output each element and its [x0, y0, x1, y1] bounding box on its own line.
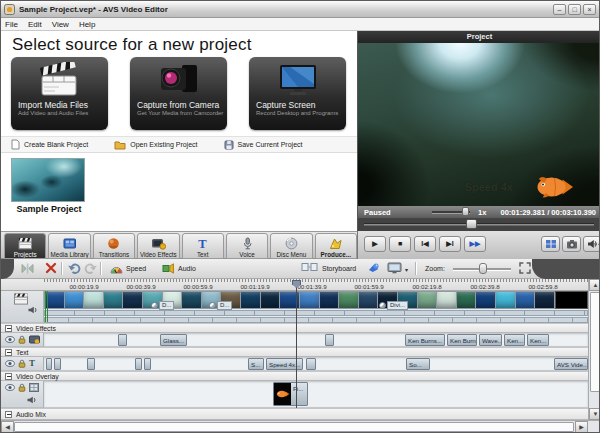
video-preview[interactable]: Speed 4x — [358, 43, 600, 206]
tab-disc-menu[interactable]: Disc Menu — [270, 233, 312, 259]
seek-groove[interactable] — [364, 223, 594, 226]
timeline-clip[interactable] — [325, 334, 334, 346]
lock-icon[interactable] — [18, 359, 26, 368]
video-clip-thumbnail[interactable] — [84, 292, 103, 308]
tab-transitions[interactable]: Transitions — [93, 233, 135, 259]
video-clip-thumbnail[interactable] — [359, 292, 378, 308]
zoom-slider-thumb[interactable] — [479, 263, 487, 274]
seek-thumb[interactable] — [466, 219, 477, 229]
storyboard-toggle-icon[interactable] — [301, 262, 318, 272]
stop-button[interactable]: ■ — [389, 236, 411, 252]
maximize-button[interactable]: □ — [568, 4, 581, 15]
timeline-clip[interactable]: Ken Burns... — [405, 334, 445, 346]
capture-from-camera-button[interactable]: Capture from CameraGet Your Media from C… — [130, 57, 227, 130]
eye-icon[interactable] — [5, 360, 15, 367]
timeline-clip[interactable]: Glass... — [160, 334, 187, 346]
timeline-clip[interactable] — [46, 358, 52, 370]
transition-marker[interactable]: D... — [151, 301, 174, 310]
eye-icon[interactable] — [5, 336, 15, 343]
video-clip-thumbnail[interactable] — [496, 292, 515, 308]
capture-screen-button[interactable]: Capture ScreenRecord Desktop and Program… — [249, 57, 346, 130]
timeline-clip[interactable] — [87, 358, 95, 370]
eye-icon[interactable] — [5, 384, 15, 391]
lock-icon[interactable] — [18, 383, 26, 392]
playback-speed-slider-thumb[interactable] — [462, 207, 469, 216]
video-clip-thumbnail[interactable] — [261, 292, 280, 308]
delete-icon[interactable] — [45, 262, 57, 274]
video-clip-thumbnail[interactable] — [516, 292, 535, 308]
video-overlay-track[interactable]: Fi... — [44, 381, 588, 408]
transition-marker[interactable]: D... — [209, 301, 232, 310]
timeline-clip[interactable]: S... — [248, 358, 264, 370]
scroll-down-icon[interactable]: ▼ — [589, 408, 600, 420]
video-audio-strip-1[interactable] — [44, 310, 588, 316]
speaker-icon[interactable] — [28, 306, 38, 314]
timeline-clip[interactable]: Speed 4x... — [266, 358, 303, 370]
save-current-project-link[interactable]: Save Current Project — [224, 140, 303, 150]
menu-view[interactable]: View — [52, 20, 69, 29]
collapse-toggle[interactable] — [5, 373, 12, 380]
video-clip-thumbnail[interactable] — [437, 292, 456, 308]
screen-view-dropdown-arrow[interactable]: ▾ — [405, 266, 408, 273]
create-blank-project-link[interactable]: Create Blank Project — [11, 139, 88, 150]
play-selection-button[interactable]: ▶▶ — [464, 236, 486, 252]
video-clip-thumbnail[interactable] — [104, 292, 123, 308]
lock-icon[interactable] — [18, 335, 26, 344]
collapse-toggle[interactable] — [5, 411, 12, 418]
timeline-clip[interactable] — [135, 358, 142, 370]
minimize-button[interactable]: – — [553, 4, 566, 15]
audio-button[interactable]: Audio — [159, 261, 199, 276]
split-clip-icon[interactable] — [20, 262, 35, 275]
split-button[interactable] — [541, 236, 560, 252]
video-clip-thumbnail[interactable] — [241, 292, 260, 308]
close-button[interactable]: × — [583, 4, 596, 15]
video-clip-thumbnail[interactable] — [476, 292, 495, 308]
video-clip-thumbnail[interactable] — [65, 292, 84, 308]
video-effects-track[interactable]: Glass...Ken Burns...Ken Burns...Wave...K… — [44, 333, 588, 347]
video-clip-thumbnail[interactable] — [339, 292, 358, 308]
video-clip-thumbnail[interactable] — [320, 292, 339, 308]
timeline-clip[interactable] — [306, 358, 316, 370]
menu-help[interactable]: Help — [79, 20, 95, 29]
timeline-clip[interactable] — [54, 358, 61, 370]
scroll-left-icon[interactable]: ◀ — [1, 421, 14, 433]
timeline-clip[interactable]: Ken... — [527, 334, 549, 346]
timeline-ruler[interactable]: 00:00:19.900:00:39.900:00:59.900:01:19.9… — [1, 279, 588, 291]
snapshot-button[interactable] — [562, 236, 581, 252]
timeline-clip[interactable]: So... — [406, 358, 430, 370]
video-clip-black[interactable] — [555, 291, 588, 309]
menu-file[interactable]: File — [5, 20, 18, 29]
overlay-clip[interactable]: Fi... — [273, 382, 308, 406]
video-clip-thumbnail[interactable] — [123, 292, 142, 308]
collapse-toggle[interactable] — [5, 349, 12, 356]
timeline-clip[interactable]: Ken Burns... — [447, 334, 477, 346]
video-clip-thumbnail[interactable] — [457, 292, 476, 308]
timeline-clip[interactable] — [144, 358, 151, 370]
timeline-clip[interactable] — [118, 334, 127, 346]
timeline-clip[interactable]: Wave... — [479, 334, 502, 346]
timeline-clip[interactable]: Ken... — [504, 334, 525, 346]
speed-button[interactable]: Speed — [107, 261, 149, 276]
video-clip-thumbnail[interactable] — [182, 292, 201, 308]
video-clip-thumbnail[interactable] — [535, 292, 554, 308]
screen-view-button[interactable] — [387, 262, 402, 274]
speaker-icon[interactable] — [27, 396, 37, 404]
narration-icon[interactable] — [367, 262, 380, 274]
tab-produce[interactable]: Produce... — [315, 233, 357, 259]
main-video-track[interactable] — [44, 291, 555, 309]
video-clip-thumbnail[interactable] — [300, 292, 319, 308]
vertical-scrollbar[interactable]: ▲ ▼ — [588, 279, 600, 420]
next-frame-button[interactable]: ▶I — [439, 236, 461, 252]
open-existing-project-link[interactable]: Open Existing Project — [114, 140, 197, 150]
menu-edit[interactable]: Edit — [28, 20, 42, 29]
playhead-line[interactable] — [296, 288, 297, 408]
timeline-clip[interactable]: AVS Vide... — [554, 358, 588, 370]
video-clip-thumbnail[interactable] — [418, 292, 437, 308]
horizontal-scroll-thumb[interactable] — [14, 422, 574, 432]
scroll-up-icon[interactable]: ▲ — [589, 279, 600, 291]
seek-bar[interactable] — [358, 218, 600, 231]
play-button[interactable]: ▶ — [364, 236, 386, 252]
transition-marker[interactable]: Divi... — [379, 301, 408, 310]
sample-project-thumbnail[interactable] — [11, 158, 85, 202]
tab-text[interactable]: TText — [182, 233, 224, 259]
